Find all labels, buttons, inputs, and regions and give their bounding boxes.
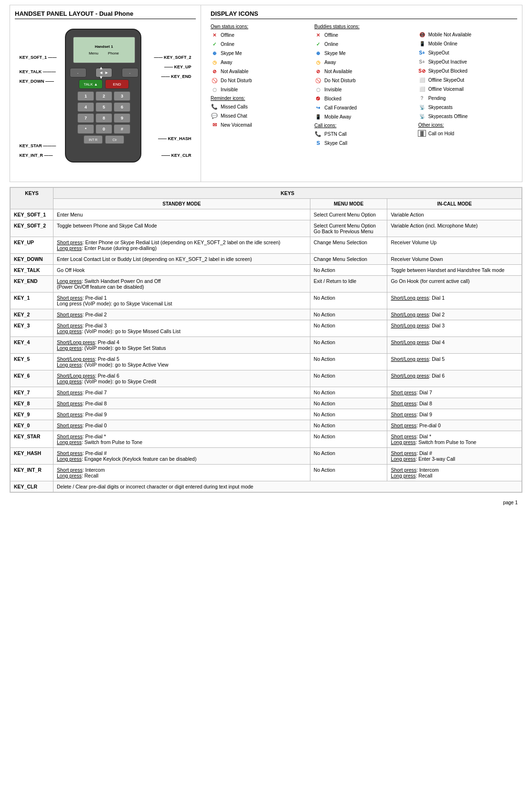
own-dnd: 🚫 Do Not Disturb (211, 76, 309, 84)
own-na: ⊘ Not Available (211, 67, 309, 75)
label-up: —— KEY_UP (164, 65, 192, 69)
int-btn[interactable]: INT R (84, 135, 103, 144)
key5[interactable]: 5 (96, 102, 112, 112)
menu-cell: No Action (310, 309, 387, 320)
standby-header: STANDBY MODE (53, 199, 310, 209)
dnd-icon: 🚫 (211, 76, 218, 84)
menu-cell: Change Menu Selection (310, 254, 387, 265)
label-end: —— KEY_END (161, 74, 191, 79)
menu-cell: No Action (310, 320, 387, 337)
buddy-dnd-icon: 🚫 (314, 76, 322, 84)
col-keys-header: KEYS (11, 188, 53, 209)
off-vm: ⬜ Offline Voicemail (418, 85, 517, 93)
new-voicemail-icon: ✉ (211, 121, 218, 129)
own-away: ◷ Away (211, 58, 309, 66)
key-hash[interactable]: # (114, 124, 130, 134)
key8[interactable]: 8 (96, 113, 112, 123)
skypeout-blocked-icon: S⊘ (418, 67, 426, 75)
screen-menu-bar: Menu Phone (89, 51, 119, 55)
incall-cell: Short/Long press: Dial 1 (387, 293, 522, 309)
incall-header: IN-CALL MODE (387, 199, 522, 209)
buddy-offline: ✕ Offline (314, 31, 413, 39)
pending: ? Pending (418, 94, 517, 102)
call-on-hold: ▐▌ Call on Hold (418, 130, 517, 137)
label-hash: —— KEY_HASH (158, 136, 192, 141)
talk-btn[interactable]: TALK ▲ (79, 79, 103, 89)
table-row: KEY_6Short/Long press: Pre-dial 6Long pr… (11, 370, 522, 387)
buddy-away-icon: ◷ (314, 58, 322, 66)
menu-cell: No Action (310, 354, 387, 370)
key1[interactable]: 1 (77, 91, 94, 101)
key-cell: KEY_INT_R (11, 465, 53, 481)
standby-cell: Short press: Pre-dial #Long press: Engag… (53, 448, 310, 465)
key4[interactable]: 4 (77, 102, 94, 112)
label-down: KEY_DOWN —— (20, 79, 54, 84)
new-voicemail-label: New Voicemail (221, 122, 252, 128)
skypecasts: 📡 Skypecasts (418, 103, 517, 111)
key7[interactable]: 7 (77, 113, 94, 123)
incall-cell: Short press: Dial 8 (387, 398, 522, 409)
key0[interactable]: 0 (96, 124, 112, 134)
table-row: KEY_CLRDelete / Clear pre-dial digits or… (11, 481, 522, 492)
buddy-cf-icon: ↪ (314, 104, 322, 111)
menu-cell: No Action (310, 293, 387, 309)
missed-chat-icon: 💬 (211, 112, 218, 119)
table-row: KEY_4Short/Long press: Pre-dial 4Long pr… (11, 337, 522, 354)
table-row: KEY_2Short press: Pre-dial 2No ActionSho… (11, 309, 522, 320)
incall-cell: Variable Action (incl. Microphone Mute) (387, 220, 522, 237)
standby-cell: Short/Long press: Pre-dial 6Long press: … (53, 370, 310, 387)
standby-cell: Short/Long press: Pre-dial 4Long press: … (53, 337, 310, 354)
incall-cell: Receiver Volume Down (387, 254, 522, 265)
soft1-btn[interactable]: - (70, 68, 86, 77)
own-status-title: Own status icons: (211, 24, 309, 29)
menu-cell: No Action (310, 409, 387, 420)
center-btn[interactable]: ▲◄ ► ▼ (96, 68, 112, 77)
num-grid: 1 2 3 4 5 6 7 8 9 * 0 # (70, 91, 138, 134)
end-btn[interactable]: END (105, 79, 129, 89)
incall-cell: Short press: IntercomLong press: Recall (387, 465, 522, 481)
reminder-section: Reminder icons: 📞 Missed Calls 💬 Missed … (211, 96, 309, 129)
off-skypeout-icon: ⬜ (418, 76, 426, 84)
key9[interactable]: 9 (114, 113, 130, 123)
label-int-r: KEY_INT_R —— (20, 153, 53, 158)
buddy-na: ⊘ Not Available (314, 67, 413, 75)
buddy-maway: 📱 Mobile Away (314, 113, 413, 120)
icons-section: Own status icons: ✕ Offline ✓ Online ⊕ S… (211, 24, 517, 148)
key3[interactable]: 3 (114, 91, 130, 101)
phone-diagram: Handset 1 Menu Phone - ▲◄ ► ▼ - (20, 24, 192, 177)
phone-keys-area: - ▲◄ ► ▼ - TALK ▲ END 1 2 3 4 (70, 68, 138, 144)
soft2-btn[interactable]: - (122, 68, 138, 77)
menu-cell: No Action (310, 420, 387, 431)
table-row: KEY_1Short press: Pre-dial 1Long press (… (11, 293, 522, 309)
table-row: KEY_7Short press: Pre-dial 7No ActionSho… (11, 387, 522, 398)
incall-cell: Short press: Dial 7 (387, 387, 522, 398)
skype-call-label: Skype Call (324, 141, 347, 146)
keys-header: KEYS (53, 188, 522, 199)
invis-icon: ◌ (211, 86, 218, 93)
skypecasts-icon: 📡 (418, 103, 426, 111)
reminder-title: Reminder icons: (211, 96, 309, 101)
key-cell: KEY_4 (11, 337, 53, 354)
standby-cell: Short press: Enter Phone or Skype Redial… (53, 237, 310, 254)
incall-cell: Short/Long press: Dial 4 (387, 337, 522, 354)
key-star[interactable]: * (77, 124, 94, 134)
key-cell: KEY_CLR (11, 481, 53, 492)
table-row: KEY_9Short press: Pre-dial 9No ActionSho… (11, 409, 522, 420)
key-cell: KEY_9 (11, 409, 53, 420)
pstn-call: 📞 PSTN Call (314, 130, 413, 138)
mob-na-icon: 📵 (418, 31, 426, 38)
mob-na: 📵 Mobile Not Available (418, 31, 517, 38)
clr-btn[interactable]: Clr (105, 135, 124, 144)
own-online: ✓ Online (211, 40, 309, 48)
pending-icon: ? (418, 94, 426, 102)
buddy-maway-icon: 📱 (314, 113, 322, 120)
key6[interactable]: 6 (114, 102, 130, 112)
skypeme-icon: ⊕ (211, 49, 218, 57)
hold-label: Call on Hold (428, 131, 454, 136)
offline-icon: ✕ (211, 31, 218, 39)
skypeout-icon: S+ (418, 49, 426, 56)
keys-table: KEYS KEYS STANDBY MODE MENU MODE IN-CALL… (10, 187, 522, 492)
key2[interactable]: 2 (96, 91, 112, 101)
standby-cell: Toggle between Phone and Skype Call Mode (53, 220, 310, 237)
standby-cell: Short press: Pre-dial *Long press: Switc… (53, 431, 310, 448)
